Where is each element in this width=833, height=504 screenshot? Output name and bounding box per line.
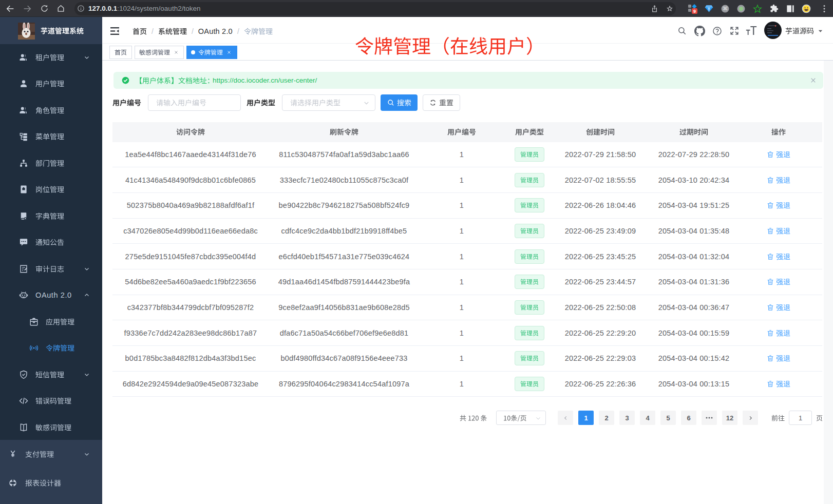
- svg-text:9: 9: [693, 9, 696, 14]
- svg-text:⌘: ⌘: [723, 6, 728, 11]
